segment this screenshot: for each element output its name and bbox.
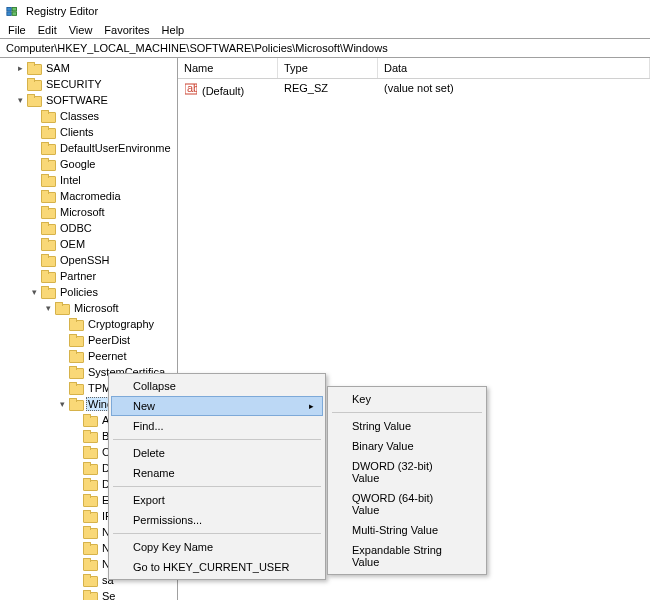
folder-icon <box>69 366 83 378</box>
twisty-spacer <box>56 382 68 394</box>
folder-icon <box>83 510 97 522</box>
folder-icon <box>27 62 41 74</box>
twisty-spacer <box>28 270 40 282</box>
menu-item[interactable]: Copy Key Name <box>111 537 323 557</box>
menu-separator <box>113 486 321 487</box>
twisty-spacer <box>70 590 82 600</box>
chevron-right-icon: ▸ <box>309 401 314 411</box>
tree-item-label: DefaultUserEnvironme <box>58 142 173 154</box>
twisty-spacer <box>56 318 68 330</box>
folder-icon <box>83 590 97 600</box>
tree-item-label: Se <box>100 590 117 600</box>
twisty-spacer <box>70 542 82 554</box>
folder-icon <box>69 318 83 330</box>
twisty-spacer <box>28 222 40 234</box>
tree-item[interactable]: Clients <box>0 124 177 140</box>
tree-item[interactable]: Microsoft <box>0 204 177 220</box>
tree-item[interactable]: OpenSSH <box>0 252 177 268</box>
menu-item[interactable]: New▸ <box>111 396 323 416</box>
folder-icon <box>69 334 83 346</box>
twisty-spacer <box>70 510 82 522</box>
menubar: File Edit View Favorites Help <box>0 22 650 38</box>
folder-icon <box>83 542 97 554</box>
menu-item[interactable]: Expandable String Value <box>330 540 484 572</box>
twisty-spacer <box>56 366 68 378</box>
tree-item[interactable]: Intel <box>0 172 177 188</box>
folder-icon <box>83 414 97 426</box>
regedit-icon <box>6 4 20 18</box>
tree-item[interactable]: Se <box>0 588 177 600</box>
folder-icon <box>41 222 55 234</box>
tree-item[interactable]: PeerDist <box>0 332 177 348</box>
col-header-name[interactable]: Name <box>178 58 278 78</box>
tree-item[interactable]: ▾SOFTWARE <box>0 92 177 108</box>
twisty-spacer <box>70 462 82 474</box>
folder-icon <box>55 302 69 314</box>
col-header-type[interactable]: Type <box>278 58 378 78</box>
menu-view[interactable]: View <box>69 24 93 36</box>
menu-item[interactable]: Key <box>330 389 484 409</box>
tree-item[interactable]: Cryptography <box>0 316 177 332</box>
tree-item[interactable]: Peernet <box>0 348 177 364</box>
folder-icon <box>27 78 41 90</box>
menu-item[interactable]: Find... <box>111 416 323 436</box>
tree-item-label: ODBC <box>58 222 94 234</box>
menu-file[interactable]: File <box>8 24 26 36</box>
tree-item[interactable]: DefaultUserEnvironme <box>0 140 177 156</box>
menu-item[interactable]: String Value <box>330 416 484 436</box>
twisty-spacer <box>70 430 82 442</box>
menu-help[interactable]: Help <box>162 24 185 36</box>
svg-rect-0 <box>7 8 11 12</box>
menu-item[interactable]: QWORD (64-bit) Value <box>330 488 484 520</box>
folder-icon <box>83 574 97 586</box>
context-submenu-new[interactable]: KeyString ValueBinary ValueDWORD (32-bit… <box>327 386 487 575</box>
menu-item[interactable]: Multi-String Value <box>330 520 484 540</box>
menu-item[interactable]: Export <box>111 490 323 510</box>
col-header-data[interactable]: Data <box>378 58 650 78</box>
chevron-right-icon[interactable]: ▸ <box>14 62 26 74</box>
tree-item[interactable]: SECURITY <box>0 76 177 92</box>
chevron-down-icon[interactable]: ▾ <box>28 286 40 298</box>
tree-item[interactable]: OEM <box>0 236 177 252</box>
twisty-spacer <box>28 110 40 122</box>
menu-item[interactable]: Go to HKEY_CURRENT_USER <box>111 557 323 577</box>
folder-icon <box>83 494 97 506</box>
menu-item[interactable]: DWORD (32-bit) Value <box>330 456 484 488</box>
twisty-spacer <box>28 126 40 138</box>
folder-icon <box>41 142 55 154</box>
twisty-spacer <box>14 78 26 90</box>
menu-favorites[interactable]: Favorites <box>104 24 149 36</box>
folder-icon <box>83 430 97 442</box>
menu-item[interactable]: Delete <box>111 443 323 463</box>
context-menu[interactable]: CollapseNew▸Find...DeleteRenameExportPer… <box>108 373 326 580</box>
menu-edit[interactable]: Edit <box>38 24 57 36</box>
menu-item[interactable]: Rename <box>111 463 323 483</box>
folder-icon <box>41 110 55 122</box>
chevron-down-icon[interactable]: ▾ <box>14 94 26 106</box>
tree-item-label: OEM <box>58 238 87 250</box>
tree-item[interactable]: Google <box>0 156 177 172</box>
value-row[interactable]: ab(Default)REG_SZ(value not set) <box>178 79 650 100</box>
tree-item[interactable]: Macromedia <box>0 188 177 204</box>
menu-item[interactable]: Binary Value <box>330 436 484 456</box>
menu-separator <box>113 533 321 534</box>
tree-item-label: SOFTWARE <box>44 94 110 106</box>
chevron-down-icon[interactable]: ▾ <box>42 302 54 314</box>
tree-item[interactable]: ODBC <box>0 220 177 236</box>
tree-item-label: Classes <box>58 110 101 122</box>
twisty-spacer <box>70 526 82 538</box>
tree-item[interactable]: ▸SAM <box>0 60 177 76</box>
tree-item[interactable]: Partner <box>0 268 177 284</box>
menu-item[interactable]: Collapse <box>111 376 323 396</box>
menu-item[interactable]: Permissions... <box>111 510 323 530</box>
tree-item-label: Partner <box>58 270 98 282</box>
tree-item-label: Google <box>58 158 97 170</box>
tree-item[interactable]: ▾Microsoft <box>0 300 177 316</box>
address-bar[interactable]: Computer\HKEY_LOCAL_MACHINE\SOFTWARE\Pol… <box>0 38 650 58</box>
tree-item-label: Policies <box>58 286 100 298</box>
twisty-spacer <box>28 206 40 218</box>
tree-item[interactable]: ▾Policies <box>0 284 177 300</box>
tree-item[interactable]: Classes <box>0 108 177 124</box>
chevron-down-icon[interactable]: ▾ <box>56 398 68 410</box>
folder-icon <box>83 526 97 538</box>
